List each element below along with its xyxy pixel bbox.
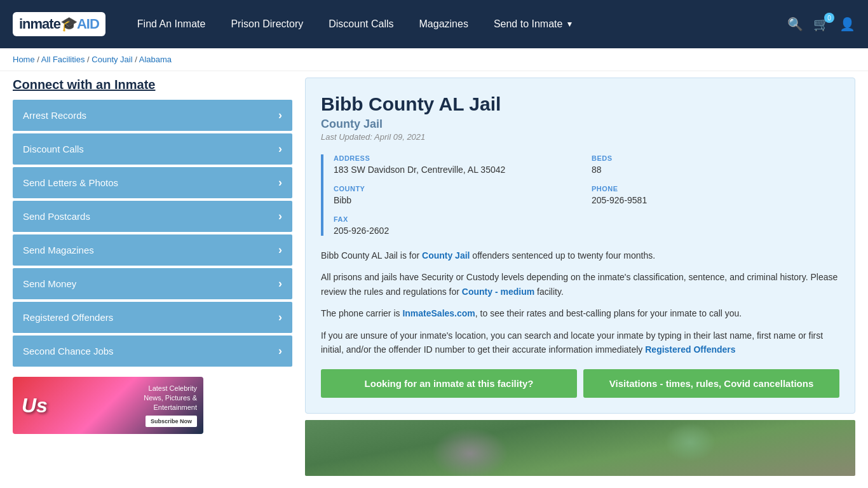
breadcrumb: Home / All Facilities / County Jail / Al…: [13, 55, 855, 64]
phone-label: PHONE: [592, 185, 839, 193]
nav-prison-directory[interactable]: Prison Directory: [218, 12, 316, 36]
content: Bibb County AL Jail County Jail Last Upd…: [305, 78, 855, 476]
chevron-right-icon: ›: [278, 344, 282, 358]
fax-value: 205-926-2602: [334, 226, 581, 236]
ad-text: Latest Celebrity News, Pictures & Entert…: [57, 384, 203, 428]
chevron-right-icon: ›: [278, 109, 282, 122]
info-beds: BEDS 88: [592, 154, 839, 175]
user-icon: 👤: [839, 17, 855, 31]
chevron-right-icon: ›: [278, 243, 282, 257]
sidebar-item-discount-calls[interactable]: Discount Calls ›: [13, 133, 292, 165]
aerial-view-graphic: [305, 420, 855, 476]
nav-links: Find An Inmate Prison Directory Discount…: [125, 12, 787, 36]
sidebar-ad[interactable]: Us Latest Celebrity News, Pictures & Ent…: [13, 377, 203, 434]
nav-send-to-inmate[interactable]: Send to Inmate ▼: [481, 12, 586, 36]
logo-text: inmate🎓AID: [19, 16, 99, 32]
sidebar-item-label: Arrest Records: [23, 110, 86, 121]
search-button[interactable]: 🔍: [787, 17, 803, 32]
sidebar-menu: Arrest Records › Discount Calls › Send L…: [13, 100, 292, 367]
address-value: 183 SW Davidson Dr, Centreville, AL 3504…: [334, 165, 581, 175]
main-container: Connect with an Inmate Arrest Records › …: [0, 71, 868, 482]
desc-para-1: Bibb County AL Jail is for County Jail o…: [321, 248, 839, 262]
facility-image: [305, 420, 855, 476]
info-county: COUNTY Bibb: [334, 185, 581, 205]
description-section: Bibb County AL Jail is for County Jail o…: [321, 248, 839, 356]
sidebar-item-send-postcards[interactable]: Send Postcards ›: [13, 201, 292, 232]
phone-value: 205-926-9581: [592, 195, 839, 205]
sidebar-item-label: Discount Calls: [23, 144, 84, 154]
ad-logo: Us: [13, 388, 57, 424]
navbar: inmate🎓AID Find An Inmate Prison Directo…: [0, 0, 868, 48]
user-button[interactable]: 👤: [839, 17, 855, 32]
sidebar: Connect with an Inmate Arrest Records › …: [13, 78, 292, 476]
nav-magazines[interactable]: Magazines: [407, 12, 481, 36]
chevron-right-icon: ›: [278, 311, 282, 324]
cart-badge: 0: [824, 13, 834, 23]
navbar-icons: 🔍 🛒 0 👤: [787, 17, 855, 32]
beds-value: 88: [592, 165, 839, 175]
link-inmate-sales[interactable]: InmateSales.com: [402, 308, 475, 318]
sidebar-item-registered-offenders[interactable]: Registered Offenders ›: [13, 302, 292, 333]
desc-para-2: All prisons and jails have Security or C…: [321, 270, 839, 299]
sidebar-item-send-money[interactable]: Send Money ›: [13, 268, 292, 299]
sidebar-item-send-letters[interactable]: Send Letters & Photos ›: [13, 167, 292, 198]
nav-discount-calls[interactable]: Discount Calls: [316, 12, 406, 36]
ad-subscribe-button[interactable]: Subscribe Now: [146, 416, 197, 428]
link-county-jail[interactable]: County Jail: [422, 250, 470, 261]
facility-name: Bibb County AL Jail: [321, 93, 839, 115]
facility-type: County Jail: [321, 118, 839, 131]
nav-find-inmate[interactable]: Find An Inmate: [125, 12, 219, 36]
county-value: Bibb: [334, 195, 581, 205]
desc-para-3: The phone carrier is InmateSales.com, to…: [321, 306, 839, 320]
info-fax: FAX 205-926-2602: [334, 215, 581, 236]
desc-para-4: If you are unsure of your inmate's locat…: [321, 329, 839, 357]
county-label: COUNTY: [334, 185, 581, 193]
sidebar-item-label: Send Postcards: [23, 211, 90, 222]
info-grid: ADDRESS 183 SW Davidson Dr, Centreville,…: [321, 154, 839, 236]
logo[interactable]: inmate🎓AID: [13, 12, 105, 36]
breadcrumb-all-facilities[interactable]: All Facilities: [41, 55, 85, 64]
breadcrumb-county-jail[interactable]: County Jail: [92, 55, 132, 64]
beds-label: BEDS: [592, 154, 839, 162]
sidebar-item-label: Send Money: [23, 278, 76, 289]
info-phone: PHONE 205-926-9581: [592, 185, 839, 205]
sidebar-title: Connect with an Inmate: [13, 78, 292, 92]
chevron-right-icon: ›: [278, 142, 282, 156]
visitations-button[interactable]: Visitations - times, rules, Covid cancel…: [583, 369, 839, 398]
dropdown-arrow-icon: ▼: [566, 20, 573, 29]
info-address: ADDRESS 183 SW Davidson Dr, Centreville,…: [334, 154, 581, 175]
sidebar-item-second-chance-jobs[interactable]: Second Chance Jobs ›: [13, 336, 292, 367]
link-county-medium[interactable]: County - medium: [462, 287, 534, 297]
find-inmate-button[interactable]: Looking for an inmate at this facility?: [321, 369, 577, 398]
chevron-right-icon: ›: [278, 176, 282, 189]
cart-button[interactable]: 🛒 0: [813, 17, 829, 32]
facility-card: Bibb County AL Jail County Jail Last Upd…: [305, 78, 855, 414]
chevron-right-icon: ›: [278, 210, 282, 223]
sidebar-item-label: Send Letters & Photos: [23, 177, 118, 188]
sidebar-item-label: Registered Offenders: [23, 312, 113, 323]
chevron-right-icon: ›: [278, 277, 282, 290]
action-buttons: Looking for an inmate at this facility? …: [321, 369, 839, 398]
fax-label: FAX: [334, 215, 581, 223]
breadcrumb-alabama[interactable]: Alabama: [139, 55, 172, 64]
breadcrumb-home[interactable]: Home: [13, 55, 35, 64]
search-icon: 🔍: [787, 17, 803, 31]
address-label: ADDRESS: [334, 154, 581, 162]
sidebar-item-send-magazines[interactable]: Send Magazines ›: [13, 234, 292, 266]
facility-updated: Last Updated: April 09, 2021: [321, 132, 839, 142]
sidebar-item-label: Send Magazines: [23, 245, 94, 255]
link-registered-offenders[interactable]: Registered Offenders: [645, 344, 735, 355]
sidebar-item-label: Second Chance Jobs: [23, 346, 114, 356]
breadcrumb-bar: Home / All Facilities / County Jail / Al…: [0, 48, 868, 71]
sidebar-item-arrest-records[interactable]: Arrest Records ›: [13, 100, 292, 131]
